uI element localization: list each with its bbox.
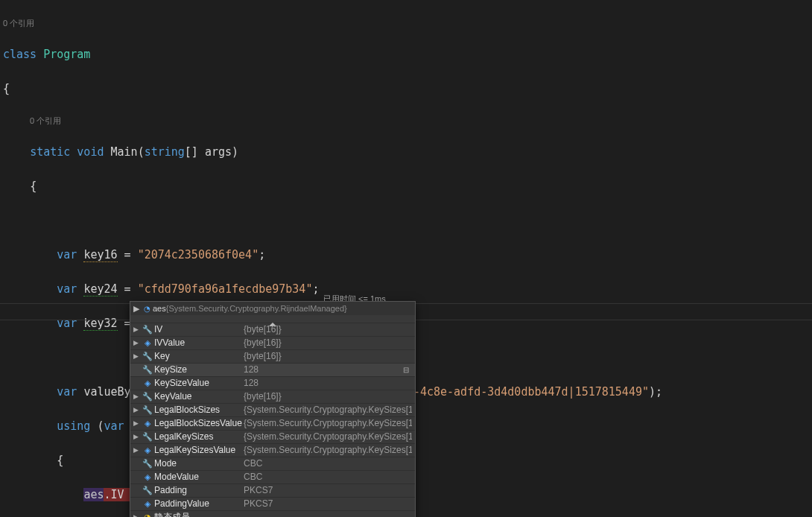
datatip-member-value: PKCS7 (244, 495, 412, 513)
code-line[interactable]: var key16 = "2074c2350686f0e4"; (3, 247, 812, 264)
datatip-member-name: 静态成员 (154, 509, 244, 517)
expand-icon[interactable]: ▶ (133, 300, 141, 317)
expand-icon[interactable]: ▶ (133, 348, 141, 365)
category-icon: ◑ (141, 509, 154, 517)
datatip-header[interactable]: ▶ ◔ aes {System.Security.Cryptography.Ri… (130, 302, 415, 315)
code-line[interactable]: { (3, 80, 812, 98)
expand-icon[interactable]: ▶ (133, 509, 141, 517)
code-line[interactable]: { (3, 178, 812, 195)
object-icon: ◔ (141, 300, 153, 317)
keyword-class: class (3, 48, 37, 61)
debug-datatip-popup[interactable]: ▶ ◔ aes {System.Security.Cryptography.Ri… (130, 301, 416, 517)
codelens-refs[interactable]: 0 个引用 (3, 17, 812, 29)
expand-icon[interactable]: ▶ (133, 442, 141, 459)
datatip-header-value: {System.Security.Cryptography.RijndaelMa… (166, 300, 347, 317)
code-line[interactable]: class Program (3, 46, 812, 63)
code-line[interactable] (3, 212, 812, 229)
codelens-refs[interactable]: 0 个引用 (3, 115, 812, 127)
code-line[interactable]: static void Main(string[] args) (3, 144, 812, 161)
code-line[interactable]: var key24 = "cfdd790fa96a1fecdbe97b34"; (3, 281, 812, 298)
class-name: Program (43, 48, 90, 61)
